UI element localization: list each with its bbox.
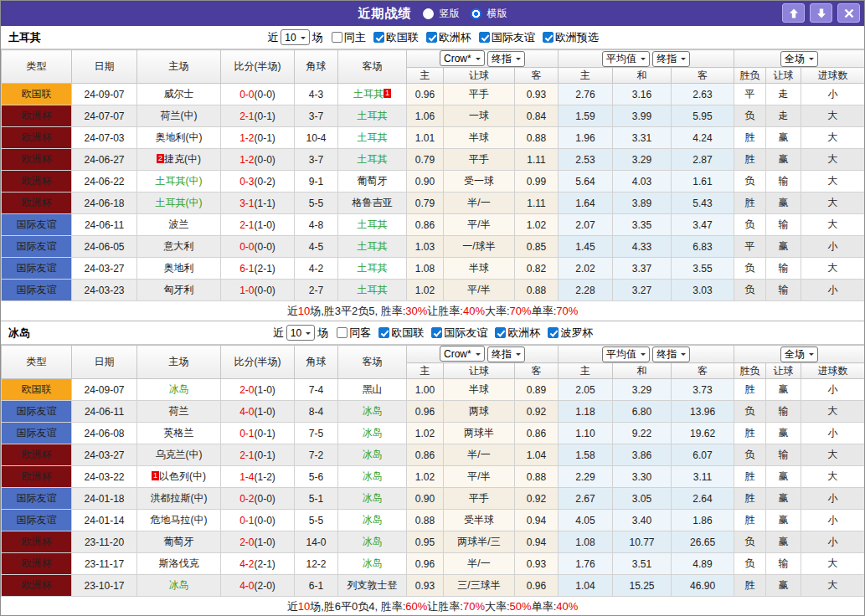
result-cell: 胜 <box>734 149 766 171</box>
date-cell: 23-11-20 <box>72 531 137 553</box>
team-name: 土耳其 <box>358 218 388 230</box>
average-odds-cell: 3.47 <box>672 214 734 236</box>
close-button[interactable] <box>837 3 860 23</box>
league-checkbox[interactable] <box>548 327 559 338</box>
match-count-select[interactable]: 10 <box>286 325 315 341</box>
halftime-score: (1-0) <box>255 219 275 231</box>
match-row: 欧洲杯23-10-17冰岛4-0(2-0)6-1列支敦士登0.93三/三球半0.… <box>2 575 865 597</box>
home-team-cell: 土耳其(中) <box>137 171 221 192</box>
odds-stage-select[interactable]: 终指 <box>487 51 525 67</box>
move-up-button[interactable] <box>782 3 805 23</box>
home-team-cell: 奥地利 <box>137 258 221 280</box>
home-team-cell: 意大利 <box>137 236 221 258</box>
same-venue-checkbox[interactable] <box>337 327 348 338</box>
odds-source-select[interactable]: 平均值 <box>602 346 650 362</box>
match-row: 国际友谊24-06-11荷兰4-0(1-0)8-4冰岛0.96两球0.921.1… <box>2 401 865 423</box>
odds-source-select[interactable]: Crow* <box>440 50 485 66</box>
odds-stage-select[interactable]: 终指 <box>652 346 690 362</box>
radio-vertical-layout[interactable] <box>423 8 434 19</box>
match-type-cell: 欧洲杯 <box>2 149 72 171</box>
match-type-cell: 欧洲杯 <box>2 105 72 127</box>
team-title: 土耳其 <box>8 30 41 45</box>
result-cell: 输 <box>766 280 801 301</box>
odds-source-select[interactable]: 平均值 <box>602 51 650 67</box>
select-value: 终指 <box>492 52 512 66</box>
halftime-score: (0-0) <box>255 154 275 166</box>
same-venue-checkbox[interactable] <box>332 32 342 43</box>
team-name: 格鲁吉亚 <box>353 197 393 208</box>
radio-horizontal-layout[interactable] <box>471 8 481 19</box>
away-team-cell: 列支敦士登 <box>338 575 407 597</box>
chevron-down-icon <box>809 353 814 358</box>
result-cell: 赢 <box>766 423 801 444</box>
league-checkbox[interactable] <box>543 32 553 43</box>
fulltime-score: 6-1 <box>239 263 254 275</box>
odds-source-select[interactable]: 全场 <box>780 346 818 362</box>
odds-source-select[interactable]: Crow* <box>440 346 485 362</box>
league-checkbox[interactable] <box>431 327 442 338</box>
league-label: 国际友谊 <box>492 30 535 45</box>
odds-stage-select[interactable]: 终指 <box>652 51 690 67</box>
sub-column-header: 主 <box>407 363 444 379</box>
result-cell: 大 <box>801 105 865 127</box>
fulltime-score: 1-0 <box>239 285 254 296</box>
move-down-button[interactable] <box>810 3 832 23</box>
average-odds-cell: 1.45 <box>559 236 613 258</box>
average-odds-cell: 5.64 <box>559 171 613 192</box>
odds-stage-select[interactable]: 终指 <box>487 346 525 362</box>
league-checkbox[interactable] <box>378 327 389 338</box>
fulltime-score: 1-2 <box>239 132 254 144</box>
result-cell: 输 <box>766 214 801 236</box>
group-header: 平均值 终指 <box>559 346 734 363</box>
league-checkbox[interactable] <box>479 32 490 43</box>
section-summary: 近10场,胜3平2负5, 胜率:30% 让胜率:40% 大率:70% 单率:70… <box>1 301 864 321</box>
score-cell: 2-1(1-0) <box>221 214 295 236</box>
league-checkbox[interactable] <box>495 327 506 338</box>
score-cell: 2-1(0-1) <box>221 444 295 466</box>
result-cell: 负 <box>734 280 766 301</box>
date-cell: 24-06-27 <box>72 149 137 171</box>
odds-cell: 1.11 <box>515 149 559 171</box>
match-row: 国际友谊24-03-27奥地利6-1(2-1)4-2土耳其1.08半球0.822… <box>2 258 865 280</box>
away-team-cell: 土耳其 <box>338 258 407 280</box>
rank-badge: 1 <box>384 89 391 98</box>
select-value: 终指 <box>656 52 677 66</box>
near-label: 近 <box>267 30 278 45</box>
match-type-cell: 欧洲杯 <box>2 127 72 149</box>
sub-column-header: 和 <box>613 363 672 379</box>
odds-cell: 0.88 <box>407 510 444 531</box>
sub-column-header: 主 <box>559 68 613 84</box>
result-cell: 大 <box>801 401 865 423</box>
odds-cell: 1.02 <box>407 280 444 301</box>
odds-cell: 0.82 <box>515 258 559 280</box>
column-header: 日期 <box>72 346 137 379</box>
corners-cell: 5-1 <box>295 488 338 510</box>
chevron-down-icon <box>681 58 686 63</box>
date-cell: 24-06-05 <box>72 236 137 258</box>
match-count-select[interactable]: 10 <box>281 29 309 45</box>
odds-cell: 0.88 <box>515 466 559 488</box>
select-value: Crow* <box>444 53 471 64</box>
league-checkbox[interactable] <box>373 32 384 43</box>
select-value: 10 <box>291 327 301 339</box>
date-cell: 24-06-18 <box>72 192 137 214</box>
fulltime-score: 4-0 <box>239 580 254 592</box>
summary-segment: 70% <box>510 305 532 317</box>
average-odds-cell: 1.76 <box>559 553 613 575</box>
league-checkbox[interactable] <box>426 32 437 43</box>
odds-cell: 0.96 <box>407 553 444 575</box>
arrow-down-icon <box>816 8 826 18</box>
result-cell: 赢 <box>766 379 801 401</box>
chevron-down-icon <box>301 37 306 42</box>
result-cell: 小 <box>801 423 865 444</box>
column-header: 客场 <box>338 346 407 379</box>
section-filter-bar: 冰岛近10场同客欧国联国际友谊欧洲杯波罗杯 <box>1 321 864 345</box>
odds-source-select[interactable]: 全场 <box>780 51 818 67</box>
odds-cell: 0.84 <box>515 105 559 127</box>
odds-cell: 1.00 <box>407 379 444 401</box>
home-team-cell: 2捷克(中) <box>137 149 221 171</box>
date-cell: 23-11-17 <box>72 553 137 575</box>
same-venue-label: 同主 <box>344 30 366 45</box>
halftime-score: (0-0) <box>255 285 275 296</box>
away-team-cell: 冰岛 <box>338 401 407 423</box>
